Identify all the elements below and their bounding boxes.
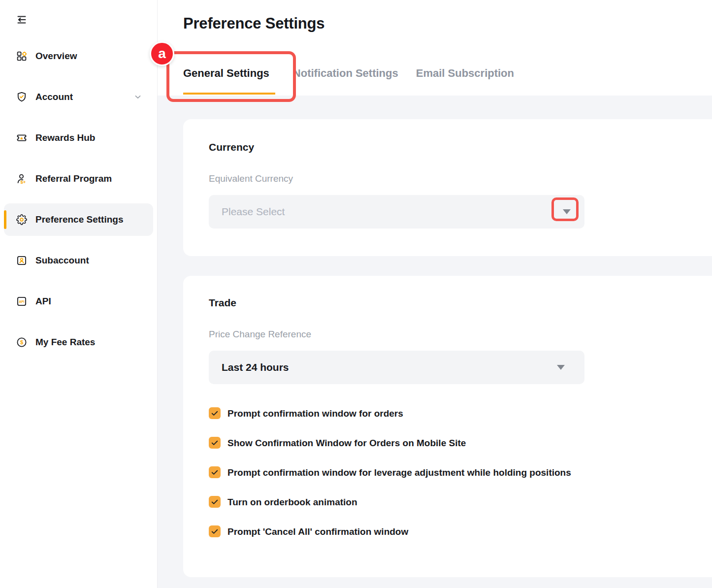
page-title: Preference Settings xyxy=(183,15,712,33)
main-header: Preference Settings General Settings Not… xyxy=(158,0,712,96)
sidebar-item-overview[interactable]: Overview xyxy=(0,44,157,68)
currency-section: Currency Equivalent Currency Please Sele… xyxy=(183,119,712,256)
sidebar-nav: Overview Account xyxy=(0,44,157,354)
checkbox-checked[interactable] xyxy=(209,437,221,449)
checkbox-row-order-confirmation: Prompt confirmation window for orders xyxy=(209,405,712,422)
sidebar-item-referral-program[interactable]: $+ Referral Program xyxy=(0,167,157,191)
sidebar-item-rewards-hub[interactable]: ★ Rewards Hub xyxy=(0,126,157,150)
checkbox-row-orderbook-animation: Turn on orderbook animation xyxy=(209,493,712,511)
dollar-circle-icon: $ xyxy=(16,336,28,348)
svg-text:$+: $+ xyxy=(20,179,26,185)
tab-general-settings[interactable]: General Settings xyxy=(183,67,275,95)
checkbox-label: Show Confirmation Window for Orders on M… xyxy=(227,434,466,452)
trade-checkbox-list: Prompt confirmation window for orders Sh… xyxy=(209,405,712,540)
checkbox-label: Prompt 'Cancel All' confirmation window xyxy=(227,523,408,540)
tab-bar: General Settings Notification Settings E… xyxy=(183,67,712,95)
shield-check-icon xyxy=(16,91,28,103)
dropdown-arrow-icon xyxy=(563,209,571,214)
currency-heading: Currency xyxy=(209,141,712,153)
svg-text:API: API xyxy=(19,300,25,303)
checkbox-label: Turn on orderbook animation xyxy=(227,493,357,511)
trade-heading: Trade xyxy=(209,297,712,309)
app-window: Overview Account xyxy=(0,0,712,588)
checkbox-checked[interactable] xyxy=(209,466,221,478)
collapse-sidebar-icon[interactable] xyxy=(16,14,28,26)
sidebar-item-label: Rewards Hub xyxy=(35,132,95,143)
checkbox-label: Prompt confirmation window for orders xyxy=(227,405,403,422)
api-icon: API xyxy=(16,295,28,307)
checkbox-checked[interactable] xyxy=(209,407,221,419)
sidebar-item-api[interactable]: API API xyxy=(0,290,157,313)
price-change-reference-select[interactable]: Last 24 hours xyxy=(209,351,584,384)
checkbox-row-mobile-confirmation: Show Confirmation Window for Orders on M… xyxy=(209,434,712,452)
sidebar-item-account[interactable]: Account xyxy=(0,85,157,109)
settings-content: Currency Equivalent Currency Please Sele… xyxy=(158,96,712,588)
sidebar-item-label: Account xyxy=(35,92,73,102)
chevron-down-icon xyxy=(133,93,142,101)
svg-text:$: $ xyxy=(20,339,23,345)
sidebar-item-subaccount[interactable]: Subaccount xyxy=(0,249,157,272)
checkbox-row-leverage-confirmation: Prompt confirmation window for leverage … xyxy=(209,464,712,481)
subaccount-icon xyxy=(16,255,28,266)
sidebar-item-label: Subaccount xyxy=(35,255,89,266)
select-value: Last 24 hours xyxy=(222,361,289,373)
person-dollar-icon: $+ xyxy=(16,173,28,185)
sidebar-item-label: Referral Program xyxy=(35,173,112,184)
trade-section: Trade Price Change Reference Last 24 hou… xyxy=(183,276,712,577)
ticket-star-icon: ★ xyxy=(16,132,28,144)
checkbox-checked[interactable] xyxy=(209,525,221,537)
checkbox-label: Prompt confirmation window for leverage … xyxy=(227,464,571,481)
sidebar-item-label: Preference Settings xyxy=(35,214,123,225)
equivalent-currency-label: Equivalent Currency xyxy=(209,173,712,184)
equivalent-currency-select[interactable]: Please Select xyxy=(209,195,584,229)
dropdown-arrow-icon xyxy=(557,365,565,370)
main-content: Preference Settings General Settings Not… xyxy=(158,0,712,588)
sidebar-item-label: Overview xyxy=(35,51,77,62)
sidebar: Overview Account xyxy=(0,0,158,588)
sidebar-item-label: API xyxy=(35,296,51,307)
sidebar-item-preference-settings[interactable]: Preference Settings xyxy=(4,203,153,236)
grid-overview-icon xyxy=(16,50,28,62)
tab-notification-settings[interactable]: Notification Settings xyxy=(293,67,398,95)
tab-email-subscription[interactable]: Email Subscription xyxy=(416,67,514,95)
svg-text:★: ★ xyxy=(20,136,24,141)
select-placeholder: Please Select xyxy=(222,206,285,218)
gear-icon xyxy=(16,214,28,226)
sidebar-item-label: My Fee Rates xyxy=(35,337,95,348)
checkbox-row-cancel-all-confirmation: Prompt 'Cancel All' confirmation window xyxy=(209,523,712,540)
sidebar-item-my-fee-rates[interactable]: $ My Fee Rates xyxy=(0,330,157,354)
price-change-reference-label: Price Change Reference xyxy=(209,329,712,340)
checkbox-checked[interactable] xyxy=(209,496,221,508)
